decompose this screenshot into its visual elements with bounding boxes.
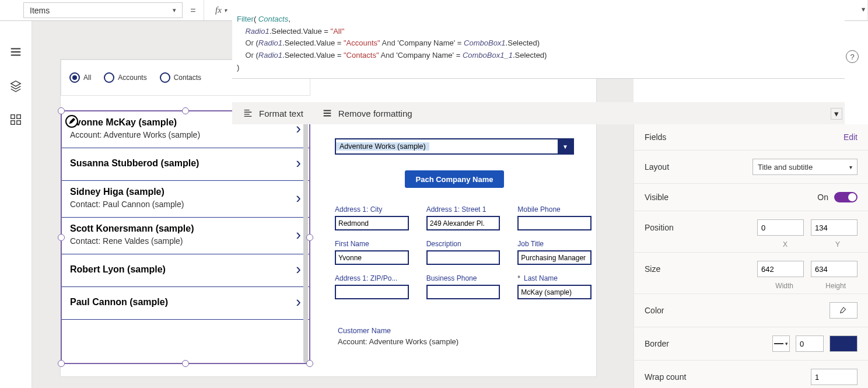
- format-text-icon: [243, 108, 253, 118]
- position-row: Position X Y: [634, 211, 868, 253]
- selection-handle[interactable]: [58, 107, 65, 114]
- zip-input[interactable]: [335, 285, 409, 299]
- description-input[interactable]: [426, 250, 501, 265]
- border-width-input[interactable]: [796, 335, 824, 352]
- size-row: Size Width Height: [634, 253, 868, 294]
- color-row: Color: [634, 294, 868, 327]
- chevron-down-icon: ▾: [224, 7, 227, 13]
- gallery[interactable]: Yvonne McKay (sample)Account: Adventure …: [61, 110, 310, 364]
- wrapcount-input[interactable]: [811, 369, 858, 385]
- position-y-input[interactable]: [811, 219, 858, 236]
- property-dropdown[interactable]: Items ▾: [23, 2, 183, 18]
- combobox-value: Adventure Works (sample): [336, 142, 429, 151]
- radio-contacts[interactable]: Contacts: [160, 72, 201, 83]
- chevron-right-icon: ›: [296, 189, 301, 207]
- layout-row: Layout Title and subtitle▾: [634, 151, 868, 184]
- selection-handle[interactable]: [306, 234, 313, 241]
- svg-rect-2: [11, 121, 15, 124]
- hamburger-icon[interactable]: [9, 46, 22, 58]
- edit-form: Address 1: City Address 1: Street 1 Mobi…: [335, 205, 592, 309]
- chevron-down-icon: ▼: [558, 139, 573, 153]
- format-text-button[interactable]: Format text: [243, 108, 303, 118]
- wrapcount-row: Wrap count: [634, 361, 868, 388]
- edit-fields-link[interactable]: Edit: [844, 132, 858, 142]
- chevron-right-icon: ›: [296, 226, 301, 244]
- chevron-down-icon[interactable]: ▾: [860, 4, 866, 15]
- help-icon[interactable]: ?: [846, 50, 859, 63]
- position-x-input[interactable]: [757, 219, 804, 236]
- properties-panel: Fields Edit Layout Title and subtitle▾ V…: [634, 124, 868, 388]
- visible-row: Visible On: [634, 184, 868, 211]
- street-input[interactable]: [426, 216, 501, 230]
- border-style-dropdown[interactable]: ▾: [772, 335, 790, 352]
- layers-icon[interactable]: [9, 79, 22, 92]
- radio-icon: [160, 72, 170, 83]
- selection-handle[interactable]: [182, 107, 189, 114]
- gallery-item[interactable]: Sidney Higa (sample)Contact: Paul Cannon…: [62, 181, 309, 218]
- left-nav: [0, 21, 32, 388]
- mobile-input[interactable]: [517, 216, 592, 230]
- gallery-item[interactable]: Paul Cannon (sample)›: [62, 287, 309, 320]
- remove-formatting-icon: [322, 108, 332, 118]
- size-height-input[interactable]: [811, 261, 858, 277]
- lastname-input[interactable]: [517, 285, 592, 299]
- svg-rect-0: [11, 115, 15, 118]
- customer-name-card: Customer Name Account: Adventure Works (…: [338, 327, 459, 346]
- equals-label: =: [183, 0, 204, 20]
- chevron-down-icon[interactable]: ▾: [831, 108, 842, 120]
- formula-toolbar: Format text Remove formatting ▾: [232, 102, 845, 124]
- apps-icon[interactable]: [9, 113, 22, 126]
- visible-toggle[interactable]: [834, 192, 858, 202]
- gallery-item[interactable]: Scott Konersmann (sample)Contact: Rene V…: [62, 218, 309, 254]
- border-color-picker[interactable]: [830, 335, 858, 352]
- city-input[interactable]: [335, 216, 409, 230]
- selection-handle[interactable]: [58, 360, 65, 367]
- selection-handle[interactable]: [58, 234, 65, 241]
- size-width-input[interactable]: [757, 261, 804, 277]
- svg-rect-1: [17, 115, 20, 118]
- gallery-item[interactable]: Susanna Stubberod (sample)›: [62, 148, 309, 181]
- fx-label: fx: [215, 5, 222, 15]
- radio-icon: [69, 72, 80, 83]
- selection-handle[interactable]: [306, 360, 313, 367]
- radio-all[interactable]: All: [69, 72, 91, 83]
- chevron-right-icon: ›: [296, 260, 301, 278]
- chevron-right-icon: ›: [296, 293, 301, 311]
- chevron-down-icon: ▾: [173, 6, 176, 14]
- color-picker[interactable]: [830, 302, 858, 319]
- svg-rect-3: [17, 121, 20, 124]
- radio-accounts[interactable]: Accounts: [104, 72, 146, 83]
- firstname-input[interactable]: [335, 250, 409, 265]
- company-combobox[interactable]: Adventure Works (sample) ▼: [335, 138, 574, 155]
- chevron-down-icon: ▾: [849, 164, 852, 170]
- radio-icon: [104, 72, 114, 83]
- formula-editor[interactable]: Filter( Contacts, Radio1.Selected.Value …: [232, 0, 845, 79]
- jobtitle-input[interactable]: [517, 250, 592, 265]
- selection-handle[interactable]: [182, 360, 189, 367]
- border-row: Border ▾: [634, 327, 868, 361]
- layout-dropdown[interactable]: Title and subtitle▾: [752, 159, 858, 175]
- pencil-icon[interactable]: [65, 115, 78, 128]
- chevron-right-icon: ›: [296, 154, 301, 172]
- property-dropdown-label: Items: [30, 6, 50, 15]
- patch-button[interactable]: Pach Company Name: [405, 170, 504, 188]
- fields-row: Fields Edit: [634, 124, 868, 151]
- remove-formatting-button[interactable]: Remove formatting: [322, 108, 412, 118]
- gallery-item[interactable]: Robert Lyon (sample)›: [62, 254, 309, 287]
- businessphone-input[interactable]: [426, 285, 501, 299]
